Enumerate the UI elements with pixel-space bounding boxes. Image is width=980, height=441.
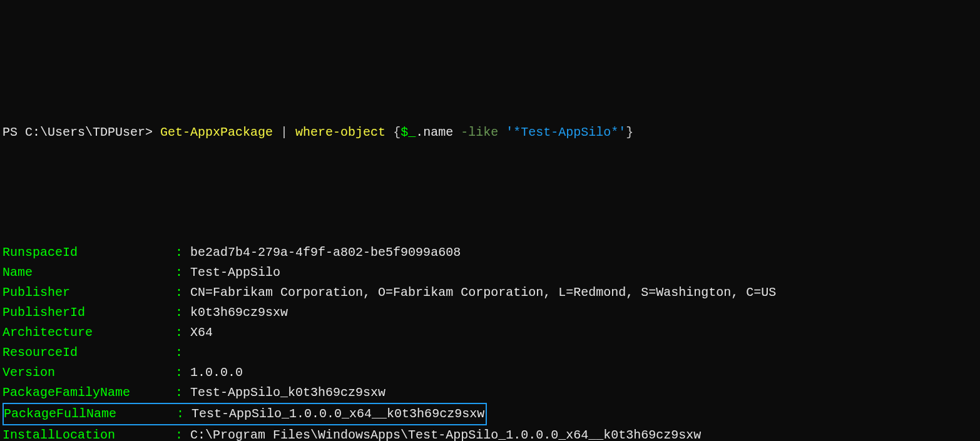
colon-separator: :: [175, 285, 190, 300]
output-row-packagefullname: PackageFullName : Test-AppSilo_1.0.0.0_x…: [3, 403, 977, 425]
property-value: Test-AppSilo: [190, 265, 280, 280]
pipe-token: |: [273, 125, 295, 139]
member-token: .name: [416, 125, 461, 139]
right-brace-token: }: [626, 125, 633, 139]
colon-separator: :: [175, 305, 190, 320]
colon-separator: :: [175, 345, 190, 360]
colon-separator: :: [175, 245, 190, 260]
space-token: [385, 125, 393, 139]
property-value: X64: [190, 325, 213, 340]
property-value: Test-AppSilo_k0t3h69cz9sxw: [190, 385, 385, 400]
property-key: RunspaceId: [3, 245, 175, 260]
colon-separator: :: [175, 265, 190, 280]
colon-separator: :: [175, 428, 190, 441]
string-literal-token: '*Test-AppSilo*': [506, 125, 626, 139]
property-value: CN=Fabrikam Corporation, O=Fabrikam Corp…: [190, 285, 776, 300]
property-value: 1.0.0.0: [190, 365, 243, 380]
property-value: C:\Program Files\WindowsApps\Test-AppSil…: [190, 428, 701, 441]
output-row-packagefamilyname: PackageFamilyName : Test-AppSilo_k0t3h69…: [3, 383, 977, 403]
autovar-token: $_: [401, 125, 416, 139]
colon-separator: :: [176, 407, 191, 421]
output-row-resourceid: ResourceId :: [3, 343, 977, 363]
property-value: Test-AppSilo_1.0.0.0_x64__k0t3h69cz9sxw: [191, 407, 484, 421]
property-key: Publisher: [3, 285, 175, 300]
output-row-publisherid: PublisherId : k0t3h69cz9sxw: [3, 303, 977, 323]
property-key: ResourceId: [3, 345, 175, 360]
cmdlet-token: Get-AppxPackage: [160, 125, 273, 139]
output-row-name: Name : Test-AppSilo: [3, 263, 977, 283]
colon-separator: :: [175, 325, 190, 340]
left-brace-token: {: [393, 125, 401, 139]
property-key: Architecture: [3, 325, 175, 340]
colon-separator: :: [175, 385, 190, 400]
property-key: Name: [3, 265, 175, 280]
terminal-output: PS C:\Users\TDPUser> Get-AppxPackage | w…: [3, 83, 977, 441]
where-object-token: where-object: [295, 125, 385, 139]
highlighted-property: PackageFullName : Test-AppSilo_1.0.0.0_x…: [3, 403, 487, 425]
output-row-runspaceid: RunspaceId : be2ad7b4-279a-4f9f-a802-be5…: [3, 243, 977, 263]
command-line[interactable]: PS C:\Users\TDPUser> Get-AppxPackage | w…: [3, 123, 977, 143]
property-key: Version: [3, 365, 175, 380]
prompt-prefix: PS C:\Users\TDPUser>: [3, 125, 160, 139]
property-key: PackageFamilyName: [3, 385, 175, 400]
blank-line: [3, 183, 977, 203]
property-key: PackageFullName: [4, 407, 176, 421]
property-key: InstallLocation: [3, 428, 175, 441]
output-row-version: Version : 1.0.0.0: [3, 363, 977, 383]
property-value: k0t3h69cz9sxw: [190, 305, 288, 320]
output-fields: RunspaceId : be2ad7b4-279a-4f9f-a802-be5…: [3, 243, 977, 441]
property-key: PublisherId: [3, 305, 175, 320]
property-value: be2ad7b4-279a-4f9f-a802-be5f9099a608: [190, 245, 461, 260]
colon-separator: :: [175, 365, 190, 380]
output-row-architecture: Architecture : X64: [3, 323, 977, 343]
output-row-publisher: Publisher : CN=Fabrikam Corporation, O=F…: [3, 283, 977, 303]
output-row-installlocation: InstallLocation : C:\Program Files\Windo…: [3, 425, 977, 441]
like-operator-token: -like: [461, 125, 506, 139]
